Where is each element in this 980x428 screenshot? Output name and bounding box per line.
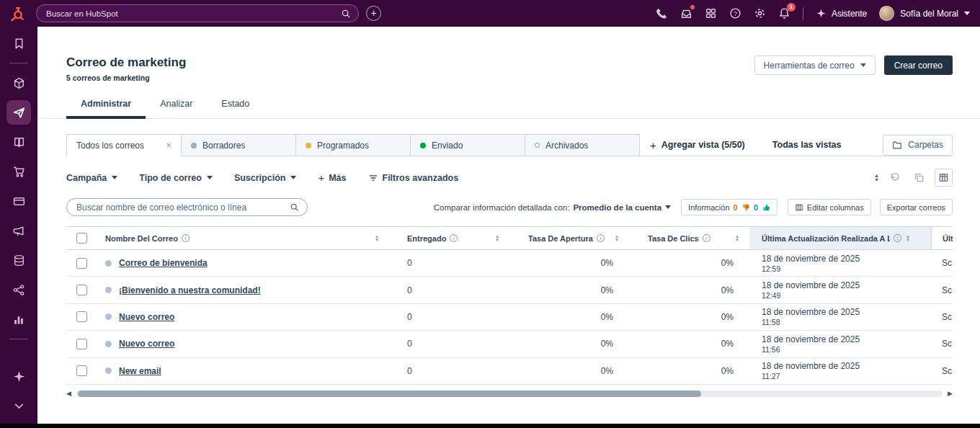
marketing-email-icon[interactable]	[6, 100, 31, 125]
email-name-link[interactable]: New email	[119, 366, 161, 376]
tab-estado[interactable]: Estado	[207, 92, 264, 118]
column-header-extra[interactable]: Últ	[931, 227, 953, 249]
email-search[interactable]	[66, 198, 308, 216]
plus-icon: +	[650, 139, 656, 151]
edit-columns-button[interactable]: Editar columnas	[788, 199, 871, 215]
notifications-icon[interactable]: 1	[778, 7, 790, 19]
subscription-filter-dropdown[interactable]: Suscripción	[234, 173, 297, 183]
insights-button[interactable]: Información 0 0	[681, 199, 778, 215]
settings-icon[interactable]	[754, 7, 766, 19]
row-checkbox[interactable]	[76, 285, 87, 295]
view-tab-drafts[interactable]: Borradores	[181, 134, 296, 156]
table-toolbar: Comparar información detallada con: Prom…	[66, 198, 953, 216]
workflows-icon[interactable]	[6, 71, 31, 95]
assistant-label: Asistente	[832, 9, 867, 19]
email-type-filter-dropdown[interactable]: Tipo de correo	[139, 173, 213, 183]
inbox-icon[interactable]	[680, 7, 692, 19]
campaigns-icon[interactable]	[6, 218, 31, 243]
commerce-icon[interactable]	[6, 159, 31, 184]
table-row[interactable]: Correo de bienvenida 0 0% 0% 18 de novie…	[66, 250, 953, 277]
email-search-input[interactable]	[76, 202, 290, 213]
column-header-click-rate[interactable]: Tasa De Clicsi ▲▼	[629, 227, 749, 249]
table-header-row: Nombre Del Correoi ▲▼ Entregadoi ▲▼ Tasa…	[66, 226, 953, 250]
export-emails-button[interactable]: Exportar correos	[880, 199, 953, 215]
email-tools-button[interactable]: Herramientas de correo	[754, 55, 876, 75]
email-name-link[interactable]: Nuevo correo	[119, 312, 174, 322]
close-icon[interactable]: ×	[166, 141, 172, 150]
notifications-badge: 1	[787, 3, 796, 12]
draft-status-dot	[191, 143, 197, 148]
marketplace-icon[interactable]	[705, 7, 717, 19]
data-icon[interactable]	[6, 248, 31, 272]
assistant-button[interactable]: Asistente	[816, 8, 867, 19]
row-height-toggle[interactable]: ▲▼	[874, 174, 879, 182]
row-checkbox[interactable]	[76, 258, 87, 269]
column-header-updated[interactable]: Última Actualización Realizada A La..i ▲…	[749, 227, 931, 249]
click-rate-value: 0%	[629, 331, 749, 357]
sort-icon[interactable]: ▲▼	[615, 235, 619, 242]
tab-analizar[interactable]: Analizar	[146, 92, 207, 118]
table-row[interactable]: Nuevo correo 0 0% 0% 18 de noviembre de …	[66, 304, 953, 331]
scrollbar-thumb[interactable]	[78, 391, 702, 397]
clone-view-icon[interactable]	[910, 169, 928, 187]
archived-status-dot	[535, 143, 540, 148]
sort-icon[interactable]: ▲▼	[495, 235, 499, 242]
payments-icon[interactable]	[6, 189, 31, 213]
sort-icon[interactable]: ▲▼	[735, 235, 739, 242]
view-tab-sent[interactable]: Enviado	[410, 134, 525, 156]
email-name-link[interactable]: Nuevo correo	[119, 339, 174, 349]
library-icon[interactable]	[6, 130, 31, 154]
quick-create-button[interactable]: +	[366, 6, 381, 21]
advanced-filters-button[interactable]: Filtros avanzados	[368, 173, 459, 183]
hubspot-logo[interactable]	[9, 6, 24, 22]
table-row[interactable]: New email 0 0% 0% 18 de noviembre de 202…	[66, 358, 953, 385]
global-search-input[interactable]	[46, 9, 341, 18]
table-view-icon[interactable]	[935, 169, 953, 187]
add-view-button[interactable]: + Agregar vista (5/50)	[650, 134, 745, 156]
undo-icon[interactable]	[886, 169, 904, 187]
folders-button[interactable]: Carpetas	[883, 135, 953, 156]
email-name-link[interactable]: Correo de bienvenida	[119, 258, 208, 268]
view-tab-all-emails[interactable]: Todos los correos ×	[66, 134, 182, 156]
extra-value: Sc	[931, 331, 953, 357]
updated-value: 18 de noviembre de 2025 11:56	[749, 331, 931, 357]
calling-icon[interactable]	[656, 7, 668, 19]
row-checkbox[interactable]	[76, 311, 87, 322]
sort-icon[interactable]: ▲▼	[906, 235, 910, 242]
table-row[interactable]: Nuevo correo 0 0% 0% 18 de noviembre de …	[66, 331, 953, 357]
select-all-checkbox[interactable]	[76, 233, 87, 244]
scrollbar-track[interactable]	[76, 391, 943, 397]
ai-assistant-icon[interactable]	[6, 364, 31, 388]
search-icon[interactable]	[341, 9, 351, 19]
bookmarks-icon[interactable]	[6, 31, 31, 55]
user-menu[interactable]: Sofía del Moral	[879, 6, 970, 21]
reports-icon[interactable]	[6, 307, 31, 331]
integrations-icon[interactable]	[6, 277, 31, 302]
collapse-chevron-icon[interactable]	[6, 393, 31, 418]
help-icon[interactable]: ?	[729, 7, 741, 19]
column-header-open-rate[interactable]: Tasa De Aperturai ▲▼	[509, 227, 629, 249]
table-row[interactable]: ¡Bienvenido a nuestra comunidad! 0 0% 0%…	[66, 277, 953, 303]
view-tab-archived[interactable]: Archivados	[525, 134, 640, 156]
global-search[interactable]	[36, 4, 359, 22]
column-header-name[interactable]: Nombre Del Correoi ▲▼	[97, 227, 389, 249]
scroll-right-arrow[interactable]: ▶	[948, 391, 953, 397]
info-icon: i	[703, 234, 710, 242]
sidebar	[0, 27, 37, 424]
email-name-link[interactable]: ¡Bienvenido a nuestra comunidad!	[119, 285, 261, 295]
search-icon[interactable]	[290, 202, 299, 212]
more-filters-button[interactable]: + Más	[318, 171, 346, 184]
view-tab-scheduled[interactable]: Programados	[295, 134, 411, 156]
tab-administrar[interactable]: Administrar	[66, 92, 146, 118]
all-views-link[interactable]: Todas las vistas	[772, 134, 842, 156]
scroll-left-arrow[interactable]: ◀	[66, 391, 71, 397]
create-email-button[interactable]: Crear correo	[884, 55, 953, 75]
row-checkbox[interactable]	[76, 365, 87, 376]
compare-value-dropdown[interactable]: Promedio de la cuenta	[573, 203, 671, 212]
open-rate-value: 0%	[509, 277, 629, 303]
row-checkbox[interactable]	[76, 339, 87, 349]
user-name: Sofía del Moral	[900, 9, 958, 19]
campaign-filter-dropdown[interactable]: Campaña	[66, 173, 117, 183]
column-header-delivered[interactable]: Entregadoi ▲▼	[389, 227, 509, 249]
sort-icon[interactable]: ▲▼	[375, 235, 379, 242]
